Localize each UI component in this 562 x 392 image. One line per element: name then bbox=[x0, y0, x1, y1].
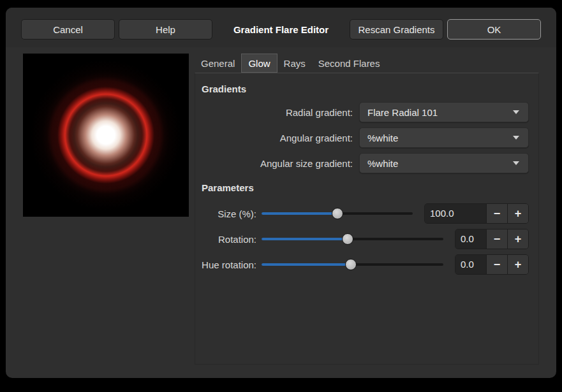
plus-icon[interactable]: + bbox=[507, 255, 528, 274]
tab-glow[interactable]: Glow bbox=[241, 54, 277, 73]
chevron-down-icon bbox=[513, 161, 519, 165]
radial-gradient-value: Flare Radial 101 bbox=[367, 107, 513, 118]
hue-rotation-row: Hue rotation: 0.0 − + bbox=[202, 252, 529, 277]
slider-fill bbox=[262, 238, 348, 240]
minus-icon[interactable]: − bbox=[486, 204, 507, 223]
notebook: General Glow Rays Second Flares Gradient… bbox=[195, 54, 539, 365]
dialog-title: Gradient Flare Editor bbox=[216, 24, 346, 35]
flare-image bbox=[23, 54, 189, 217]
rotation-slider[interactable] bbox=[262, 233, 443, 245]
radial-gradient-label: Radial gradient: bbox=[202, 107, 359, 118]
dialog-header: Cancel Help Gradient Flare Editor Rescan… bbox=[6, 8, 556, 47]
size-value-field[interactable]: 100.0 bbox=[425, 204, 486, 223]
size-label: Size (%): bbox=[202, 208, 256, 219]
slider-thumb[interactable] bbox=[332, 208, 343, 219]
plus-icon[interactable]: + bbox=[507, 229, 528, 249]
angular-size-gradient-dropdown[interactable]: %white bbox=[359, 153, 529, 173]
angular-size-gradient-value: %white bbox=[367, 158, 513, 169]
angular-gradient-dropdown[interactable]: %white bbox=[359, 127, 529, 148]
rotation-row: Rotation: 0.0 − + bbox=[202, 226, 529, 252]
flare-preview[interactable] bbox=[23, 54, 189, 217]
dialog-body: General Glow Rays Second Flares Gradient… bbox=[6, 47, 556, 378]
rotation-spinbox: 0.0 − + bbox=[455, 229, 529, 249]
hue-rotation-slider[interactable] bbox=[262, 258, 443, 271]
screen-background: Cancel Help Gradient Flare Editor Rescan… bbox=[0, 0, 562, 392]
hue-rotation-spinbox: 0.0 − + bbox=[455, 254, 529, 275]
tab-rays[interactable]: Rays bbox=[277, 54, 312, 73]
tab-row: General Glow Rays Second Flares bbox=[195, 54, 539, 73]
parameters-section-title: Parameters bbox=[202, 182, 529, 193]
ok-button[interactable]: OK bbox=[447, 19, 541, 40]
angular-gradient-label: Angular gradient: bbox=[202, 133, 359, 143]
size-slider[interactable] bbox=[262, 207, 413, 220]
chevron-down-icon bbox=[513, 110, 519, 114]
angular-gradient-value: %white bbox=[367, 133, 513, 143]
plus-icon[interactable]: + bbox=[507, 204, 528, 223]
cancel-button[interactable]: Cancel bbox=[21, 19, 115, 40]
rotation-value-field[interactable]: 0.0 bbox=[455, 229, 486, 249]
tab-general[interactable]: General bbox=[195, 54, 241, 73]
tab-second-flares[interactable]: Second Flares bbox=[312, 54, 387, 73]
size-row: Size (%): 100.0 − + bbox=[202, 201, 529, 226]
radial-gradient-dropdown[interactable]: Flare Radial 101 bbox=[359, 102, 529, 122]
slider-fill bbox=[262, 263, 351, 266]
rotation-label: Rotation: bbox=[202, 234, 256, 245]
angular-gradient-row: Angular gradient: %white bbox=[202, 127, 529, 148]
hue-rotation-label: Hue rotation: bbox=[202, 259, 256, 270]
minus-icon[interactable]: − bbox=[486, 255, 507, 274]
size-spinbox: 100.0 − + bbox=[424, 203, 529, 224]
chevron-down-icon bbox=[513, 136, 519, 140]
help-button[interactable]: Help bbox=[119, 19, 212, 40]
gradients-section-title: Gradients bbox=[202, 83, 529, 94]
slider-thumb[interactable] bbox=[342, 233, 353, 245]
slider-fill bbox=[262, 212, 337, 215]
glow-tab-panel: Gradients Radial gradient: Flare Radial … bbox=[195, 73, 539, 365]
angular-size-gradient-label: Angular size gradient: bbox=[202, 158, 359, 169]
hue-rotation-value-field[interactable]: 0.0 bbox=[455, 255, 486, 274]
slider-thumb[interactable] bbox=[345, 259, 357, 270]
gradient-flare-editor-dialog: Cancel Help Gradient Flare Editor Rescan… bbox=[6, 8, 556, 378]
radial-gradient-row: Radial gradient: Flare Radial 101 bbox=[202, 102, 529, 122]
minus-icon[interactable]: − bbox=[486, 229, 507, 249]
rescan-gradients-button[interactable]: Rescan Gradients bbox=[350, 19, 443, 40]
angular-size-gradient-row: Angular size gradient: %white bbox=[202, 153, 529, 173]
